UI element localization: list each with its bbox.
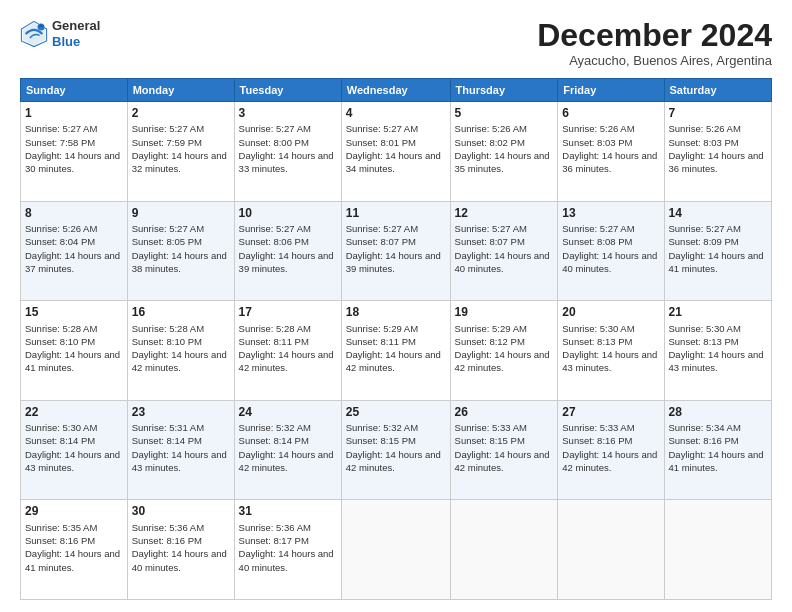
col-sunday: Sunday [21, 79, 128, 102]
table-row: 13Sunrise: 5:27 AM Sunset: 8:08 PM Dayli… [558, 201, 664, 301]
day-number: 29 [25, 503, 123, 519]
title-block: December 2024 Ayacucho, Buenos Aires, Ar… [537, 18, 772, 68]
day-number: 14 [669, 205, 768, 221]
day-number: 17 [239, 304, 337, 320]
day-number: 7 [669, 105, 768, 121]
day-info: Sunrise: 5:28 AM Sunset: 8:10 PM Dayligh… [25, 322, 123, 375]
table-row: 6Sunrise: 5:26 AM Sunset: 8:03 PM Daylig… [558, 102, 664, 202]
day-info: Sunrise: 5:26 AM Sunset: 8:03 PM Dayligh… [669, 122, 768, 175]
calendar-week-1: 1Sunrise: 5:27 AM Sunset: 7:58 PM Daylig… [21, 102, 772, 202]
calendar-week-4: 22Sunrise: 5:30 AM Sunset: 8:14 PM Dayli… [21, 400, 772, 500]
day-number: 3 [239, 105, 337, 121]
month-title: December 2024 [537, 18, 772, 53]
table-row [664, 500, 772, 600]
day-info: Sunrise: 5:27 AM Sunset: 8:06 PM Dayligh… [239, 222, 337, 275]
table-row: 12Sunrise: 5:27 AM Sunset: 8:07 PM Dayli… [450, 201, 558, 301]
day-info: Sunrise: 5:30 AM Sunset: 8:14 PM Dayligh… [25, 421, 123, 474]
table-row: 19Sunrise: 5:29 AM Sunset: 8:12 PM Dayli… [450, 301, 558, 401]
col-thursday: Thursday [450, 79, 558, 102]
day-number: 6 [562, 105, 659, 121]
table-row: 8Sunrise: 5:26 AM Sunset: 8:04 PM Daylig… [21, 201, 128, 301]
logo-general: General [52, 18, 100, 33]
day-info: Sunrise: 5:33 AM Sunset: 8:16 PM Dayligh… [562, 421, 659, 474]
day-number: 18 [346, 304, 446, 320]
day-info: Sunrise: 5:32 AM Sunset: 8:15 PM Dayligh… [346, 421, 446, 474]
table-row: 11Sunrise: 5:27 AM Sunset: 8:07 PM Dayli… [341, 201, 450, 301]
day-info: Sunrise: 5:35 AM Sunset: 8:16 PM Dayligh… [25, 521, 123, 574]
logo-icon [20, 20, 48, 48]
table-row: 1Sunrise: 5:27 AM Sunset: 7:58 PM Daylig… [21, 102, 128, 202]
day-number: 11 [346, 205, 446, 221]
day-number: 8 [25, 205, 123, 221]
day-number: 27 [562, 404, 659, 420]
day-number: 4 [346, 105, 446, 121]
day-number: 31 [239, 503, 337, 519]
table-row: 9Sunrise: 5:27 AM Sunset: 8:05 PM Daylig… [127, 201, 234, 301]
table-row: 31Sunrise: 5:36 AM Sunset: 8:17 PM Dayli… [234, 500, 341, 600]
day-info: Sunrise: 5:27 AM Sunset: 8:05 PM Dayligh… [132, 222, 230, 275]
table-row: 28Sunrise: 5:34 AM Sunset: 8:16 PM Dayli… [664, 400, 772, 500]
day-number: 28 [669, 404, 768, 420]
table-row: 27Sunrise: 5:33 AM Sunset: 8:16 PM Dayli… [558, 400, 664, 500]
day-info: Sunrise: 5:26 AM Sunset: 8:04 PM Dayligh… [25, 222, 123, 275]
table-row [450, 500, 558, 600]
table-row: 29Sunrise: 5:35 AM Sunset: 8:16 PM Dayli… [21, 500, 128, 600]
table-row: 5Sunrise: 5:26 AM Sunset: 8:02 PM Daylig… [450, 102, 558, 202]
day-number: 10 [239, 205, 337, 221]
day-info: Sunrise: 5:34 AM Sunset: 8:16 PM Dayligh… [669, 421, 768, 474]
calendar: Sunday Monday Tuesday Wednesday Thursday… [20, 78, 772, 600]
day-number: 20 [562, 304, 659, 320]
table-row: 24Sunrise: 5:32 AM Sunset: 8:14 PM Dayli… [234, 400, 341, 500]
day-info: Sunrise: 5:29 AM Sunset: 8:11 PM Dayligh… [346, 322, 446, 375]
table-row: 30Sunrise: 5:36 AM Sunset: 8:16 PM Dayli… [127, 500, 234, 600]
day-number: 19 [455, 304, 554, 320]
table-row: 20Sunrise: 5:30 AM Sunset: 8:13 PM Dayli… [558, 301, 664, 401]
day-info: Sunrise: 5:28 AM Sunset: 8:10 PM Dayligh… [132, 322, 230, 375]
day-info: Sunrise: 5:36 AM Sunset: 8:16 PM Dayligh… [132, 521, 230, 574]
day-info: Sunrise: 5:28 AM Sunset: 8:11 PM Dayligh… [239, 322, 337, 375]
day-info: Sunrise: 5:30 AM Sunset: 8:13 PM Dayligh… [669, 322, 768, 375]
calendar-header-row: Sunday Monday Tuesday Wednesday Thursday… [21, 79, 772, 102]
day-number: 16 [132, 304, 230, 320]
day-info: Sunrise: 5:26 AM Sunset: 8:03 PM Dayligh… [562, 122, 659, 175]
day-number: 25 [346, 404, 446, 420]
day-number: 24 [239, 404, 337, 420]
day-number: 21 [669, 304, 768, 320]
day-info: Sunrise: 5:27 AM Sunset: 7:58 PM Dayligh… [25, 122, 123, 175]
day-info: Sunrise: 5:29 AM Sunset: 8:12 PM Dayligh… [455, 322, 554, 375]
table-row: 22Sunrise: 5:30 AM Sunset: 8:14 PM Dayli… [21, 400, 128, 500]
day-number: 5 [455, 105, 554, 121]
day-info: Sunrise: 5:27 AM Sunset: 8:00 PM Dayligh… [239, 122, 337, 175]
day-info: Sunrise: 5:27 AM Sunset: 8:09 PM Dayligh… [669, 222, 768, 275]
day-number: 15 [25, 304, 123, 320]
day-number: 9 [132, 205, 230, 221]
day-info: Sunrise: 5:33 AM Sunset: 8:15 PM Dayligh… [455, 421, 554, 474]
day-info: Sunrise: 5:30 AM Sunset: 8:13 PM Dayligh… [562, 322, 659, 375]
day-number: 13 [562, 205, 659, 221]
day-info: Sunrise: 5:31 AM Sunset: 8:14 PM Dayligh… [132, 421, 230, 474]
day-info: Sunrise: 5:36 AM Sunset: 8:17 PM Dayligh… [239, 521, 337, 574]
page: General Blue December 2024 Ayacucho, Bue… [0, 0, 792, 612]
table-row: 18Sunrise: 5:29 AM Sunset: 8:11 PM Dayli… [341, 301, 450, 401]
day-info: Sunrise: 5:27 AM Sunset: 7:59 PM Dayligh… [132, 122, 230, 175]
day-number: 26 [455, 404, 554, 420]
table-row: 26Sunrise: 5:33 AM Sunset: 8:15 PM Dayli… [450, 400, 558, 500]
table-row: 2Sunrise: 5:27 AM Sunset: 7:59 PM Daylig… [127, 102, 234, 202]
table-row: 7Sunrise: 5:26 AM Sunset: 8:03 PM Daylig… [664, 102, 772, 202]
logo: General Blue [20, 18, 100, 49]
table-row: 14Sunrise: 5:27 AM Sunset: 8:09 PM Dayli… [664, 201, 772, 301]
calendar-week-3: 15Sunrise: 5:28 AM Sunset: 8:10 PM Dayli… [21, 301, 772, 401]
day-number: 12 [455, 205, 554, 221]
day-info: Sunrise: 5:27 AM Sunset: 8:07 PM Dayligh… [455, 222, 554, 275]
col-saturday: Saturday [664, 79, 772, 102]
table-row: 3Sunrise: 5:27 AM Sunset: 8:00 PM Daylig… [234, 102, 341, 202]
table-row: 10Sunrise: 5:27 AM Sunset: 8:06 PM Dayli… [234, 201, 341, 301]
day-number: 30 [132, 503, 230, 519]
day-info: Sunrise: 5:27 AM Sunset: 8:07 PM Dayligh… [346, 222, 446, 275]
table-row: 15Sunrise: 5:28 AM Sunset: 8:10 PM Dayli… [21, 301, 128, 401]
calendar-week-5: 29Sunrise: 5:35 AM Sunset: 8:16 PM Dayli… [21, 500, 772, 600]
day-number: 22 [25, 404, 123, 420]
subtitle: Ayacucho, Buenos Aires, Argentina [537, 53, 772, 68]
table-row: 17Sunrise: 5:28 AM Sunset: 8:11 PM Dayli… [234, 301, 341, 401]
day-number: 23 [132, 404, 230, 420]
